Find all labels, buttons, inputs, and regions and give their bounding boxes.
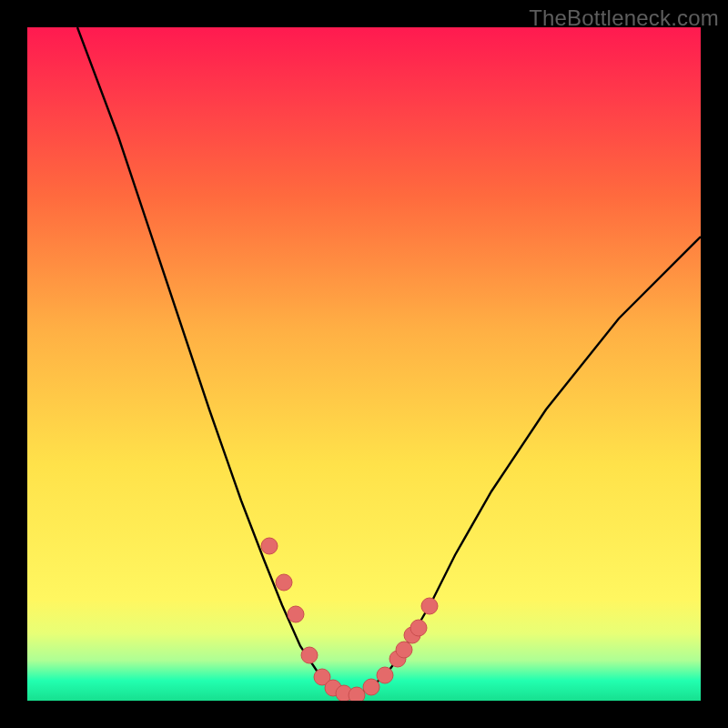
dot	[396, 642, 412, 658]
dot	[261, 538, 278, 554]
dot	[288, 606, 304, 622]
dot	[349, 687, 365, 701]
dot	[377, 667, 393, 683]
dot	[276, 574, 292, 591]
chart-frame: TheBottleneck.com	[0, 0, 728, 728]
dot	[363, 679, 379, 695]
dot	[421, 598, 438, 614]
watermark-text: TheBottleneck.com	[529, 5, 719, 31]
plot-area	[27, 27, 701, 701]
bottleneck-curve	[77, 27, 701, 696]
dot	[301, 647, 318, 663]
chart-svg	[27, 27, 701, 701]
dot	[410, 620, 427, 636]
